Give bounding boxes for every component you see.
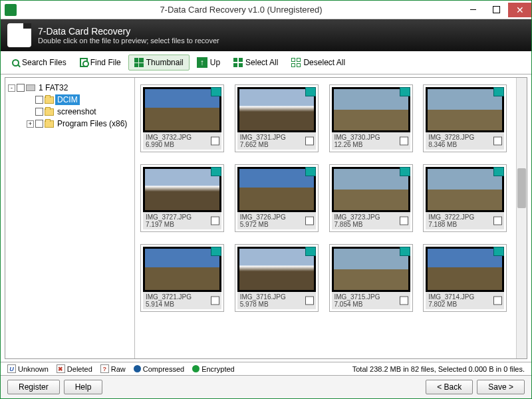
thumbnail-item[interactable]: IMG_3722.JPG7.188 MB [423,164,507,232]
back-button[interactable]: < Back [426,380,473,394]
thumbnail-filesize: 7.188 MB [428,221,501,228]
image-badge-icon [493,247,504,256]
thumbnail-item[interactable]: IMG_3731.JPG7.662 MB [235,84,319,152]
image-badge-icon [211,247,221,256]
legend-deleted: ✖Deleted [57,364,92,373]
content-area: -1 FAT32DCIMscreenshot+Program Files (x8… [5,77,527,359]
select-all-button[interactable]: Select All [227,55,284,70]
thumbnail-info: IMG_3731.JPG7.662 MB [237,132,316,150]
minimize-button[interactable] [462,3,485,17]
thumbnail-checkbox[interactable] [211,137,219,146]
thumbnail-info: IMG_3722.JPG7.188 MB [426,212,504,229]
close-button[interactable] [508,3,531,17]
thumbnail-item[interactable]: IMG_3728.JPG8.346 MB [423,84,507,152]
thumbnail-item[interactable]: IMG_3723.JPG7.885 MB [329,164,413,232]
find-file-button[interactable]: Find File [74,55,127,70]
thumbnail-image[interactable] [143,247,221,292]
thumbnail-info: IMG_3716.JPG5.978 MB [237,292,316,309]
tree-checkbox[interactable] [35,108,43,116]
tree-label[interactable]: DCIM [55,94,80,105]
up-button[interactable]: Up [191,54,226,71]
tree-checkbox[interactable] [35,120,43,128]
tree-checkbox[interactable] [35,96,43,104]
thumbnail-filename: IMG_3723.JPG [334,213,408,221]
titlebar: 7-Data Card Recovery v1.0 (Unregistered) [1,1,531,19]
folder-icon [45,120,54,128]
thumbnail-filesize: 6.990 MB [146,141,219,148]
image-badge-icon [305,167,316,176]
thumbnail-item[interactable]: IMG_3716.JPG5.978 MB [235,244,319,312]
tree-item[interactable]: +Program Files (x86) [7,118,133,130]
tree-item[interactable]: -1 FAT32 [7,82,133,94]
tree-label[interactable]: 1 FAT32 [37,82,70,93]
thumbnail-image[interactable] [143,87,221,132]
thumbnail-filename: IMG_3732.JPG [146,134,219,141]
thumbnail-checkbox[interactable] [493,297,502,305]
thumbnail-image[interactable] [426,167,504,212]
app-icon [5,4,17,16]
scrollbar-grip[interactable] [517,168,526,208]
image-badge-icon [400,167,410,176]
thumbnail-checkbox[interactable] [493,217,502,225]
thumbnail-item[interactable]: IMG_3714.JPG7.802 MB [423,244,507,312]
image-badge-icon [305,87,316,96]
thumbnail-checkbox[interactable] [400,297,408,305]
search-files-label: Search Files [22,58,66,67]
thumbnail-checkbox[interactable] [400,217,408,225]
image-badge-icon [400,87,410,96]
help-button[interactable]: Help [64,380,103,394]
thumbnail-info: IMG_3723.JPG7.885 MB [332,212,410,229]
thumbnail-checkbox[interactable] [400,137,408,146]
thumbnail-item[interactable]: IMG_3715.JPG7.054 MB [329,244,413,312]
expander-icon [27,96,34,104]
expander-icon[interactable]: + [27,120,34,128]
thumbnail-info: IMG_3721.JPG5.914 MB [143,292,221,309]
thumbnail-image[interactable] [143,167,221,212]
image-badge-icon [493,167,504,176]
thumbnail-image[interactable] [332,247,410,292]
deselect-all-label: Deselect All [303,58,345,67]
thumbnail-item[interactable]: IMG_3732.JPG6.990 MB [140,84,224,152]
thumbnail-image[interactable] [426,247,504,292]
thumbnail-image[interactable] [332,87,410,132]
thumbnail-image[interactable] [237,247,316,292]
thumbnail-filesize: 7.802 MB [428,301,501,308]
tree-item[interactable]: screenshot [7,106,133,118]
thumbnail-checkbox[interactable] [305,137,314,146]
thumbnail-image[interactable] [237,87,316,132]
thumbnail-checkbox[interactable] [211,217,219,225]
thumbnail-image[interactable] [426,87,504,132]
thumbnail-item[interactable]: IMG_3727.JPG7.197 MB [140,164,224,232]
vertical-scrollbar[interactable] [516,78,527,358]
expander-icon[interactable]: - [8,84,15,92]
thumbnail-checkbox[interactable] [305,297,314,305]
tree-item[interactable]: DCIM [7,94,133,106]
image-badge-icon [305,247,316,256]
tree-label[interactable]: screenshot [55,106,98,117]
thumbnail-filesize: 5.914 MB [146,301,219,308]
tree-label[interactable]: Program Files (x86) [55,118,129,129]
search-files-button[interactable]: Search Files [6,55,72,70]
legend-unknown: UUnknown [7,364,49,373]
thumbnail-item[interactable]: IMG_3721.JPG5.914 MB [140,244,224,312]
save-button[interactable]: Save > [477,380,525,394]
thumbnail-pane: IMG_3732.JPG6.990 MBIMG_3731.JPG7.662 MB… [135,78,527,358]
thumbnail-filename: IMG_3722.JPG [428,213,501,221]
thumbnail-checkbox[interactable] [305,217,314,225]
thumbnail-image[interactable] [332,167,410,212]
maximize-button[interactable] [485,3,508,17]
thumbnail-info: IMG_3727.JPG7.197 MB [143,212,221,229]
thumbnail-button[interactable]: Thumbnail [128,55,190,70]
folder-tree: -1 FAT32DCIMscreenshot+Program Files (x8… [5,78,135,358]
tree-checkbox[interactable] [17,84,25,92]
register-button[interactable]: Register [7,380,60,394]
thumbnail-image[interactable] [237,167,316,212]
deselect-all-button[interactable]: Deselect All [285,55,351,70]
thumbnail-item[interactable]: IMG_3730.JPG12.26 MB [329,84,413,152]
thumbnail-checkbox[interactable] [493,137,502,146]
thumbnail-item[interactable]: IMG_3726.JPG5.972 MB [235,164,319,232]
thumbnail-checkbox[interactable] [211,297,219,305]
up-icon [197,57,207,68]
thumbnail-filesize: 5.972 MB [240,221,313,228]
window-title: 7-Data Card Recovery v1.0 (Unregistered) [21,5,462,15]
